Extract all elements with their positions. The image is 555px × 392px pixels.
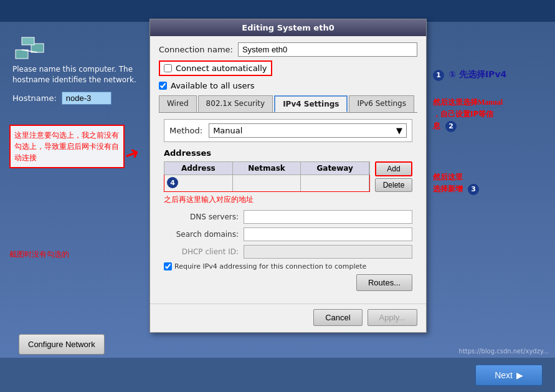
tabs-container: Wired 802.1x Security IPv4 Settings IPv6… bbox=[159, 95, 417, 113]
addresses-title: Addresses bbox=[164, 148, 412, 158]
step1-annotation: 1 ① 先选择IPv4 bbox=[433, 69, 545, 81]
annotation-left-box: 这里注意要勾选上，我之前没有勾选上，导致重启后网卡没有自动连接 bbox=[9, 125, 125, 168]
addr-table-container: Address Netmask Gateway 4 bbox=[164, 161, 370, 192]
dhcp-row: DHCP client ID: bbox=[164, 245, 412, 259]
dns-label: DNS servers: bbox=[164, 213, 239, 221]
step4-circle: 4 bbox=[167, 177, 178, 188]
tab-8021x[interactable]: 802.1x Security bbox=[198, 95, 273, 112]
connect-auto-checkbox[interactable] bbox=[164, 64, 172, 72]
bottom-annotation: 截图时没有勾选的 bbox=[9, 249, 69, 260]
svg-rect-3 bbox=[22, 37, 34, 45]
tab-ipv6[interactable]: IPv6 Settings bbox=[349, 95, 414, 112]
next-button[interactable]: Next ▶ bbox=[475, 365, 543, 386]
apply-button[interactable]: Apply... bbox=[368, 309, 417, 326]
dialog-buttons: Cancel Apply... bbox=[150, 304, 426, 332]
addresses-section: Addresses Address Netmask Gateway 4 bbox=[164, 148, 412, 205]
addr-cell-address[interactable]: 4 bbox=[164, 175, 233, 191]
method-row: Method: Manual ▼ bbox=[164, 119, 412, 142]
addr-table-header: Address Netmask Gateway bbox=[164, 161, 370, 174]
addr-actions: Add Delete bbox=[375, 161, 412, 192]
step1-circle: 1 bbox=[433, 70, 444, 81]
dialog-body: Connection name: Connect automatically A… bbox=[150, 36, 426, 304]
search-label: Search domains: bbox=[164, 230, 239, 239]
arrow-annotation: ➜ bbox=[121, 141, 142, 166]
dhcp-label: DHCP client ID: bbox=[164, 247, 239, 256]
dns-row: DNS servers: bbox=[164, 210, 412, 224]
hostname-label: Hostname: bbox=[12, 93, 57, 103]
addr-data-row[interactable]: 4 bbox=[164, 174, 370, 192]
available-users-checkbox[interactable] bbox=[159, 82, 167, 90]
installer-description: Please name this computer. The hostname … bbox=[12, 64, 149, 85]
method-select[interactable]: Manual ▼ bbox=[209, 123, 407, 138]
dialog-titlebar: Editing System eth0 bbox=[150, 19, 426, 36]
search-input[interactable] bbox=[244, 227, 412, 241]
dropdown-icon: ▼ bbox=[396, 126, 402, 135]
addr-cell-gateway[interactable] bbox=[301, 175, 369, 191]
svg-rect-0 bbox=[16, 50, 28, 59]
search-row: Search domains: bbox=[164, 227, 412, 241]
cancel-button[interactable]: Cancel bbox=[313, 309, 362, 326]
addr-table-wrapper: Address Netmask Gateway 4 bbox=[164, 161, 412, 192]
connection-name-label: Connection name: bbox=[159, 45, 233, 54]
next-arrow-icon: ▶ bbox=[516, 370, 523, 380]
step3-annotation: 然后这里选择新增 3 bbox=[433, 171, 545, 195]
col-address: Address bbox=[164, 162, 233, 174]
dns-input[interactable] bbox=[244, 210, 412, 224]
step2-annotation: 然后这里选择Manual，自己设置IP等信息 2 bbox=[433, 97, 545, 133]
edit-connection-dialog: Editing System eth0 Connection name: Con… bbox=[149, 19, 427, 333]
dhcp-input[interactable] bbox=[244, 245, 412, 259]
col-netmask: Netmask bbox=[233, 162, 301, 174]
require-label: Require IPv4 addressing for this connect… bbox=[174, 262, 366, 270]
watermark: https://blog.csdn.net/xydzy... bbox=[459, 348, 549, 355]
connection-name-row: Connection name: bbox=[159, 42, 417, 57]
routes-button[interactable]: Routes... bbox=[356, 274, 412, 291]
method-label: Method: bbox=[169, 126, 202, 135]
step3-circle: 3 bbox=[468, 184, 479, 195]
addr-instruction: 之后再这里输入对应的地址 bbox=[164, 194, 412, 205]
routes-row: Routes... bbox=[164, 274, 412, 291]
tab-ipv4[interactable]: IPv4 Settings bbox=[274, 95, 348, 112]
bottom-bar: Next ▶ bbox=[0, 358, 555, 392]
connect-auto-label: Connect automatically bbox=[176, 64, 267, 73]
connection-name-input[interactable] bbox=[238, 42, 417, 57]
network-icon bbox=[12, 34, 47, 62]
connect-auto-row[interactable]: Connect automatically bbox=[159, 60, 272, 76]
add-address-button[interactable]: Add bbox=[375, 161, 412, 176]
available-users-row[interactable]: Available to all users bbox=[159, 81, 417, 90]
require-row[interactable]: Require IPv4 addressing for this connect… bbox=[164, 262, 412, 270]
available-users-label: Available to all users bbox=[171, 81, 255, 90]
ipv4-tab-content: Method: Manual ▼ Addresses Address Netma… bbox=[159, 113, 417, 297]
hostname-input[interactable] bbox=[62, 92, 111, 105]
installer-left-panel: Please name this computer. The hostname … bbox=[12, 34, 149, 105]
step2-circle: 2 bbox=[445, 121, 457, 132]
col-gateway: Gateway bbox=[301, 162, 369, 174]
hostname-section: Hostname: bbox=[12, 92, 149, 105]
addr-cell-netmask[interactable] bbox=[233, 175, 301, 191]
delete-address-button[interactable]: Delete bbox=[375, 178, 412, 192]
configure-network-button[interactable]: Configure Network bbox=[19, 334, 105, 355]
require-checkbox[interactable] bbox=[164, 262, 172, 270]
tab-wired[interactable]: Wired bbox=[159, 95, 197, 112]
connect-auto-wrapper: Connect automatically bbox=[159, 60, 417, 79]
